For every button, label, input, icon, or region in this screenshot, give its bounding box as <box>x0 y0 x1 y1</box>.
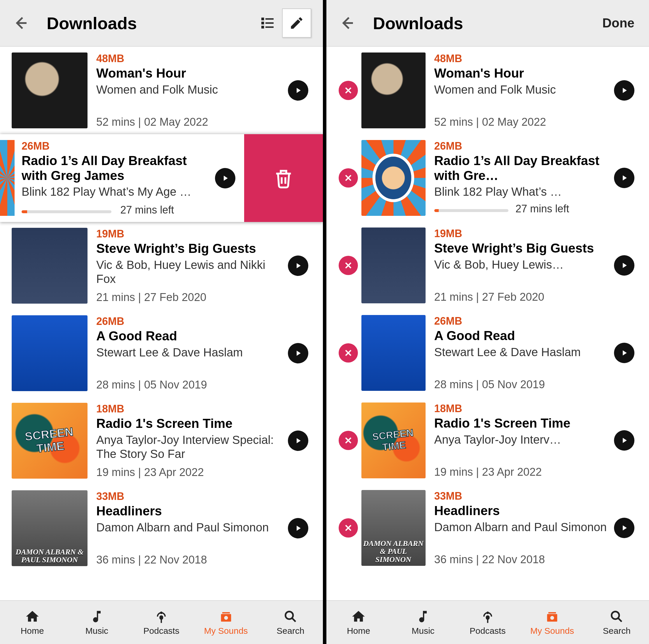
delete-item-button[interactable] <box>339 168 358 187</box>
list-item[interactable]: 26MB Radio 1’s All Day Breakfast with Gr… <box>327 134 649 222</box>
episode-title: Radio 1’s All Day Breakfast with Gre… <box>434 154 611 183</box>
episode-thumbnail <box>12 228 87 304</box>
edit-button[interactable] <box>282 8 311 38</box>
episode-title: Woman's Hour <box>96 66 285 81</box>
phone-right: Downloads Done 48MB Woman's Hour Women a… <box>323 0 649 644</box>
episode-title: Headliners <box>96 504 285 519</box>
episode-meta: 19 mins | 23 Apr 2022 <box>96 466 285 479</box>
tab-mysounds[interactable]: My Sounds <box>194 601 258 644</box>
episode-thumbnail: SCREENTIME <box>12 403 87 479</box>
episode-meta: 52 mins | 02 May 2022 <box>96 116 285 128</box>
file-size: 33MB <box>434 490 611 502</box>
delete-item-button[interactable] <box>339 343 358 362</box>
tab-home[interactable]: Home <box>327 601 391 644</box>
list-item[interactable]: 26MB A Good Read Stewart Lee & Dave Hasl… <box>0 309 323 397</box>
list-item[interactable]: 48MB Woman's Hour Women and Folk Music 5… <box>327 47 649 134</box>
list-item[interactable]: SCREENTIME 18MB Radio 1's Screen Time An… <box>0 397 323 484</box>
episode-meta: 28 mins | 05 Nov 2019 <box>434 378 611 391</box>
file-size: 48MB <box>96 52 285 65</box>
episode-subtitle: Vic & Bob, Huey Lewis… <box>434 258 611 271</box>
swipe-delete-button[interactable] <box>244 134 323 222</box>
downloads-list: 48MB Woman's Hour Women and Folk Music 5… <box>0 47 323 600</box>
tab-mysounds[interactable]: My Sounds <box>520 601 584 644</box>
episode-thumbnail <box>361 315 426 391</box>
delete-item-button[interactable] <box>339 518 358 538</box>
play-button[interactable] <box>614 255 635 275</box>
play-button[interactable] <box>614 430 635 450</box>
tab-podcasts[interactable]: Podcasts <box>129 601 194 644</box>
tab-bar: Home Music Podcasts My Sounds Search <box>0 600 323 644</box>
svg-rect-0 <box>261 17 264 20</box>
list-item-swiped[interactable]: 26MB Radio 1’s All Day Breakfast with Gr… <box>0 134 323 222</box>
file-size: 26MB <box>434 315 611 327</box>
episode-meta: 19 mins | 23 Apr 2022 <box>434 466 611 478</box>
back-button[interactable] <box>12 14 29 32</box>
list-item[interactable]: SCREENTIME 18MB Radio 1's Screen Time An… <box>327 397 649 484</box>
list-item[interactable]: DAMON ALBARN & PAUL SIMONON 33MB Headlin… <box>327 484 649 572</box>
svg-point-15 <box>612 612 619 619</box>
file-size: 18MB <box>96 403 285 415</box>
delete-item-button[interactable] <box>339 81 358 100</box>
svg-rect-13 <box>548 612 556 613</box>
svg-rect-4 <box>261 26 264 28</box>
episode-subtitle: Women and Folk Music <box>434 83 611 96</box>
episode-subtitle: Blink 182 Play What’s My Age … <box>21 185 209 199</box>
tab-music[interactable]: Music <box>64 601 129 644</box>
episode-thumbnail: DAMON ALBARN & PAUL SIMONON <box>12 490 87 566</box>
tab-search[interactable]: Search <box>258 601 322 644</box>
play-button[interactable] <box>614 80 635 101</box>
file-size: 18MB <box>434 402 611 415</box>
episode-thumbnail <box>12 315 87 391</box>
list-item[interactable]: 26MB A Good Read Stewart Lee & Dave Hasl… <box>327 309 649 397</box>
time-left: 27 mins left <box>515 203 569 215</box>
done-button[interactable]: Done <box>599 13 637 33</box>
play-button[interactable] <box>288 343 308 363</box>
list-item[interactable]: 48MB Woman's Hour Women and Folk Music 5… <box>0 47 323 134</box>
play-button[interactable] <box>614 518 635 538</box>
header: Downloads Done <box>327 0 649 47</box>
sort-button[interactable] <box>253 8 282 38</box>
play-button[interactable] <box>288 80 308 101</box>
play-button[interactable] <box>288 518 308 539</box>
episode-meta: 21 mins | 27 Feb 2020 <box>96 291 285 304</box>
episode-title: Woman's Hour <box>434 66 611 81</box>
episode-thumbnail <box>0 140 14 216</box>
delete-item-button[interactable] <box>339 431 358 450</box>
episode-title: Steve Wright’s Big Guests <box>96 241 285 256</box>
svg-rect-1 <box>265 18 273 20</box>
list-item[interactable]: 19MB Steve Wright’s Big Guests Vic & Bob… <box>0 222 323 309</box>
play-button[interactable] <box>614 168 635 188</box>
play-button[interactable] <box>215 168 235 188</box>
svg-rect-2 <box>261 22 264 24</box>
episode-meta: 28 mins | 05 Nov 2019 <box>96 379 285 391</box>
episode-title: Radio 1's Screen Time <box>96 416 285 431</box>
tab-search[interactable]: Search <box>585 601 649 644</box>
episode-thumbnail <box>361 140 426 216</box>
file-size: 26MB <box>96 315 285 328</box>
episode-subtitle: Damon Albarn and Paul Simonon <box>96 520 285 534</box>
episode-subtitle: Anya Taylor-Joy Interv… <box>434 433 611 446</box>
svg-point-14 <box>551 616 554 620</box>
episode-subtitle: Stewart Lee & Dave Haslam <box>96 345 285 359</box>
svg-rect-5 <box>265 27 273 28</box>
episode-meta: 36 mins | 22 Nov 2018 <box>434 553 611 566</box>
episode-subtitle: Vic & Bob, Huey Lewis and Nikki Fox <box>96 258 285 286</box>
phone-left: Downloads 48MB Woman's Hour Women and Fo… <box>0 0 323 644</box>
episode-subtitle: Stewart Lee & Dave Haslam <box>434 345 611 359</box>
tab-podcasts[interactable]: Podcasts <box>455 601 520 644</box>
list-item[interactable]: 19MB Steve Wright’s Big Guests Vic & Bob… <box>327 222 649 309</box>
episode-meta: 21 mins | 27 Feb 2020 <box>434 291 611 303</box>
back-button[interactable] <box>338 14 355 32</box>
episode-subtitle: Anya Taylor-Joy Interview Special: The S… <box>96 433 285 461</box>
downloads-list-edit: 48MB Woman's Hour Women and Folk Music 5… <box>327 47 649 600</box>
tab-music[interactable]: Music <box>391 601 455 644</box>
svg-rect-3 <box>265 23 273 24</box>
file-size: 48MB <box>434 52 611 65</box>
tab-home[interactable]: Home <box>0 601 64 644</box>
play-button[interactable] <box>288 430 308 451</box>
play-button[interactable] <box>288 256 308 276</box>
play-button[interactable] <box>614 343 635 363</box>
file-size: 19MB <box>96 228 285 240</box>
list-item[interactable]: DAMON ALBARN & PAUL SIMONON 33MB Headlin… <box>0 484 323 572</box>
delete-item-button[interactable] <box>339 256 358 275</box>
